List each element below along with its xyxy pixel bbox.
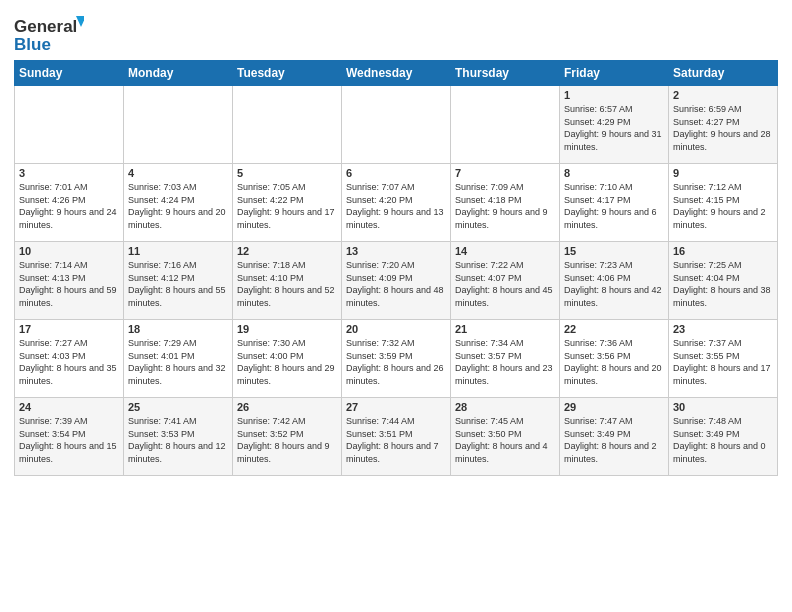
day-info: Sunrise: 7:37 AM Sunset: 3:55 PM Dayligh… [673, 337, 773, 387]
calendar-cell: 23Sunrise: 7:37 AM Sunset: 3:55 PM Dayli… [669, 320, 778, 398]
day-number: 9 [673, 167, 773, 179]
day-info: Sunrise: 6:59 AM Sunset: 4:27 PM Dayligh… [673, 103, 773, 153]
day-number: 25 [128, 401, 228, 413]
day-info: Sunrise: 7:23 AM Sunset: 4:06 PM Dayligh… [564, 259, 664, 309]
day-number: 14 [455, 245, 555, 257]
day-info: Sunrise: 7:32 AM Sunset: 3:59 PM Dayligh… [346, 337, 446, 387]
page: General Blue SundayMondayTuesdayWednesda… [0, 0, 792, 612]
calendar-header-row: SundayMondayTuesdayWednesdayThursdayFrid… [15, 61, 778, 86]
day-info: Sunrise: 7:45 AM Sunset: 3:50 PM Dayligh… [455, 415, 555, 465]
calendar-cell [451, 86, 560, 164]
calendar-cell [342, 86, 451, 164]
calendar-cell: 24Sunrise: 7:39 AM Sunset: 3:54 PM Dayli… [15, 398, 124, 476]
calendar-cell: 2Sunrise: 6:59 AM Sunset: 4:27 PM Daylig… [669, 86, 778, 164]
calendar-cell: 21Sunrise: 7:34 AM Sunset: 3:57 PM Dayli… [451, 320, 560, 398]
calendar-cell: 16Sunrise: 7:25 AM Sunset: 4:04 PM Dayli… [669, 242, 778, 320]
day-info: Sunrise: 7:18 AM Sunset: 4:10 PM Dayligh… [237, 259, 337, 309]
day-number: 5 [237, 167, 337, 179]
day-info: Sunrise: 7:39 AM Sunset: 3:54 PM Dayligh… [19, 415, 119, 465]
calendar-cell: 18Sunrise: 7:29 AM Sunset: 4:01 PM Dayli… [124, 320, 233, 398]
day-info: Sunrise: 7:10 AM Sunset: 4:17 PM Dayligh… [564, 181, 664, 231]
svg-text:General: General [14, 17, 77, 36]
day-number: 15 [564, 245, 664, 257]
calendar-cell: 1Sunrise: 6:57 AM Sunset: 4:29 PM Daylig… [560, 86, 669, 164]
day-info: Sunrise: 7:44 AM Sunset: 3:51 PM Dayligh… [346, 415, 446, 465]
day-info: Sunrise: 7:42 AM Sunset: 3:52 PM Dayligh… [237, 415, 337, 465]
calendar-cell: 28Sunrise: 7:45 AM Sunset: 3:50 PM Dayli… [451, 398, 560, 476]
day-number: 3 [19, 167, 119, 179]
day-number: 4 [128, 167, 228, 179]
day-info: Sunrise: 7:16 AM Sunset: 4:12 PM Dayligh… [128, 259, 228, 309]
calendar-table: SundayMondayTuesdayWednesdayThursdayFrid… [14, 60, 778, 476]
day-info: Sunrise: 7:25 AM Sunset: 4:04 PM Dayligh… [673, 259, 773, 309]
calendar-cell: 11Sunrise: 7:16 AM Sunset: 4:12 PM Dayli… [124, 242, 233, 320]
day-number: 21 [455, 323, 555, 335]
calendar-cell [15, 86, 124, 164]
day-number: 30 [673, 401, 773, 413]
day-info: Sunrise: 7:09 AM Sunset: 4:18 PM Dayligh… [455, 181, 555, 231]
day-header-thursday: Thursday [451, 61, 560, 86]
day-number: 20 [346, 323, 446, 335]
day-number: 13 [346, 245, 446, 257]
header: General Blue [14, 10, 778, 54]
calendar-cell: 25Sunrise: 7:41 AM Sunset: 3:53 PM Dayli… [124, 398, 233, 476]
day-header-wednesday: Wednesday [342, 61, 451, 86]
day-number: 18 [128, 323, 228, 335]
day-number: 19 [237, 323, 337, 335]
calendar-cell: 4Sunrise: 7:03 AM Sunset: 4:24 PM Daylig… [124, 164, 233, 242]
day-info: Sunrise: 7:22 AM Sunset: 4:07 PM Dayligh… [455, 259, 555, 309]
day-info: Sunrise: 7:27 AM Sunset: 4:03 PM Dayligh… [19, 337, 119, 387]
day-number: 26 [237, 401, 337, 413]
calendar-cell: 29Sunrise: 7:47 AM Sunset: 3:49 PM Dayli… [560, 398, 669, 476]
calendar-cell: 3Sunrise: 7:01 AM Sunset: 4:26 PM Daylig… [15, 164, 124, 242]
calendar-cell: 10Sunrise: 7:14 AM Sunset: 4:13 PM Dayli… [15, 242, 124, 320]
calendar-cell: 12Sunrise: 7:18 AM Sunset: 4:10 PM Dayli… [233, 242, 342, 320]
day-number: 16 [673, 245, 773, 257]
day-number: 12 [237, 245, 337, 257]
day-number: 29 [564, 401, 664, 413]
day-number: 23 [673, 323, 773, 335]
calendar-cell: 26Sunrise: 7:42 AM Sunset: 3:52 PM Dayli… [233, 398, 342, 476]
calendar-cell: 15Sunrise: 7:23 AM Sunset: 4:06 PM Dayli… [560, 242, 669, 320]
day-header-saturday: Saturday [669, 61, 778, 86]
day-number: 22 [564, 323, 664, 335]
calendar-cell: 5Sunrise: 7:05 AM Sunset: 4:22 PM Daylig… [233, 164, 342, 242]
day-info: Sunrise: 7:47 AM Sunset: 3:49 PM Dayligh… [564, 415, 664, 465]
day-info: Sunrise: 7:14 AM Sunset: 4:13 PM Dayligh… [19, 259, 119, 309]
day-header-friday: Friday [560, 61, 669, 86]
day-info: Sunrise: 7:41 AM Sunset: 3:53 PM Dayligh… [128, 415, 228, 465]
day-header-tuesday: Tuesday [233, 61, 342, 86]
day-info: Sunrise: 7:34 AM Sunset: 3:57 PM Dayligh… [455, 337, 555, 387]
calendar-week-row: 17Sunrise: 7:27 AM Sunset: 4:03 PM Dayli… [15, 320, 778, 398]
calendar-cell: 30Sunrise: 7:48 AM Sunset: 3:49 PM Dayli… [669, 398, 778, 476]
day-info: Sunrise: 6:57 AM Sunset: 4:29 PM Dayligh… [564, 103, 664, 153]
day-info: Sunrise: 7:36 AM Sunset: 3:56 PM Dayligh… [564, 337, 664, 387]
calendar-cell: 13Sunrise: 7:20 AM Sunset: 4:09 PM Dayli… [342, 242, 451, 320]
day-number: 8 [564, 167, 664, 179]
day-number: 1 [564, 89, 664, 101]
day-number: 28 [455, 401, 555, 413]
calendar-cell: 20Sunrise: 7:32 AM Sunset: 3:59 PM Dayli… [342, 320, 451, 398]
day-header-sunday: Sunday [15, 61, 124, 86]
day-info: Sunrise: 7:01 AM Sunset: 4:26 PM Dayligh… [19, 181, 119, 231]
day-header-monday: Monday [124, 61, 233, 86]
day-info: Sunrise: 7:03 AM Sunset: 4:24 PM Dayligh… [128, 181, 228, 231]
calendar-week-row: 24Sunrise: 7:39 AM Sunset: 3:54 PM Dayli… [15, 398, 778, 476]
calendar-cell [124, 86, 233, 164]
day-number: 27 [346, 401, 446, 413]
day-number: 2 [673, 89, 773, 101]
calendar-week-row: 10Sunrise: 7:14 AM Sunset: 4:13 PM Dayli… [15, 242, 778, 320]
calendar-cell: 9Sunrise: 7:12 AM Sunset: 4:15 PM Daylig… [669, 164, 778, 242]
calendar-cell: 19Sunrise: 7:30 AM Sunset: 4:00 PM Dayli… [233, 320, 342, 398]
day-number: 11 [128, 245, 228, 257]
day-number: 17 [19, 323, 119, 335]
calendar-week-row: 1Sunrise: 6:57 AM Sunset: 4:29 PM Daylig… [15, 86, 778, 164]
calendar-cell: 7Sunrise: 7:09 AM Sunset: 4:18 PM Daylig… [451, 164, 560, 242]
calendar-cell: 27Sunrise: 7:44 AM Sunset: 3:51 PM Dayli… [342, 398, 451, 476]
calendar-cell: 17Sunrise: 7:27 AM Sunset: 4:03 PM Dayli… [15, 320, 124, 398]
day-info: Sunrise: 7:12 AM Sunset: 4:15 PM Dayligh… [673, 181, 773, 231]
calendar-cell: 6Sunrise: 7:07 AM Sunset: 4:20 PM Daylig… [342, 164, 451, 242]
day-info: Sunrise: 7:30 AM Sunset: 4:00 PM Dayligh… [237, 337, 337, 387]
day-info: Sunrise: 7:05 AM Sunset: 4:22 PM Dayligh… [237, 181, 337, 231]
day-info: Sunrise: 7:48 AM Sunset: 3:49 PM Dayligh… [673, 415, 773, 465]
